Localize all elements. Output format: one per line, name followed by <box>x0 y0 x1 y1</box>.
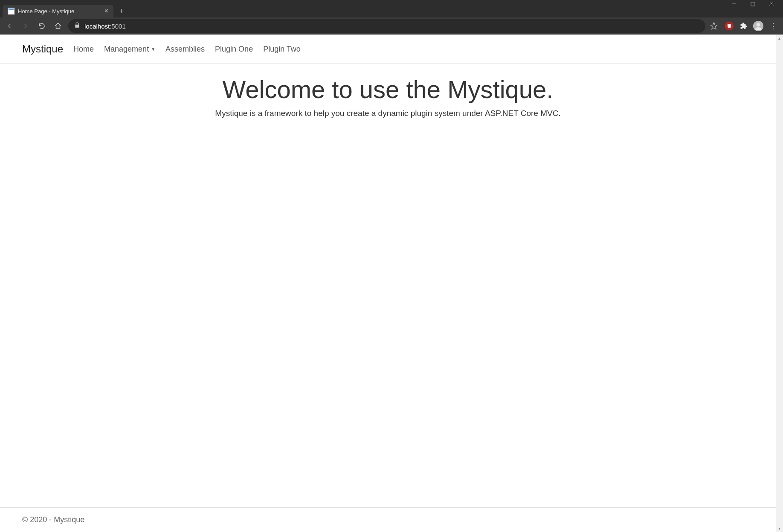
site-footer: © 2020 - Mystique <box>0 507 776 532</box>
chevron-down-icon: ▼ <box>151 47 155 52</box>
nav-link-home[interactable]: Home <box>73 45 94 54</box>
svg-point-9 <box>757 23 760 26</box>
tab-title: Home Page - Mystique <box>18 8 101 14</box>
window-maximize-button[interactable] <box>750 1 756 7</box>
nav-link-management[interactable]: Management ▼ <box>104 45 155 54</box>
extensions-area: ⋮ <box>722 22 780 30</box>
vertical-scrollbar[interactable]: ▴ ▾ <box>776 35 783 532</box>
forward-button[interactable] <box>20 20 32 32</box>
reload-button[interactable] <box>36 20 48 32</box>
lock-icon <box>74 22 80 30</box>
page-viewport: Mystique Home Management ▼ Assemblies Pl… <box>0 35 783 532</box>
tab-strip: Home Page - Mystique × + <box>0 5 783 17</box>
bookmark-star-icon[interactable] <box>710 22 718 30</box>
browser-menu-icon[interactable]: ⋮ <box>768 22 777 30</box>
svg-rect-1 <box>751 2 755 6</box>
page-subhead: Mystique is a framework to help you crea… <box>0 109 776 118</box>
svg-rect-6 <box>9 10 14 14</box>
main-content: Welcome to use the Mystique. Mystique is… <box>0 64 776 507</box>
window-minimize-button[interactable] <box>731 1 737 7</box>
site-navbar: Mystique Home Management ▼ Assemblies Pl… <box>0 35 776 64</box>
scroll-track[interactable] <box>776 42 783 525</box>
svg-rect-5 <box>9 9 14 10</box>
tab-close-icon[interactable]: × <box>104 8 108 14</box>
page-headline: Welcome to use the Mystique. <box>0 75 776 104</box>
extensions-puzzle-icon[interactable] <box>740 22 748 30</box>
address-bar[interactable]: localhost:5001 <box>68 19 705 33</box>
nav-link-plugin-two[interactable]: Plugin Two <box>263 45 301 54</box>
browser-tab[interactable]: Home Page - Mystique × <box>3 5 113 17</box>
url-display: localhost:5001 <box>84 23 126 30</box>
browser-toolbar: localhost:5001 ⋮ <box>0 17 783 35</box>
ublock-extension-icon[interactable] <box>725 22 734 30</box>
window-close-button[interactable] <box>768 1 774 7</box>
profile-avatar-icon[interactable] <box>754 22 763 30</box>
scroll-up-arrow-icon[interactable]: ▴ <box>776 35 783 42</box>
footer-text: © 2020 - Mystique <box>22 515 84 524</box>
browser-chrome: Home Page - Mystique × + localhost:5001 <box>0 0 783 35</box>
new-tab-button[interactable]: + <box>119 7 124 15</box>
window-title-bar <box>0 0 783 5</box>
nav-link-plugin-one[interactable]: Plugin One <box>215 45 253 54</box>
scroll-down-arrow-icon[interactable]: ▾ <box>776 525 783 532</box>
page-favicon-icon <box>8 8 14 14</box>
nav-link-assemblies[interactable]: Assemblies <box>165 45 205 54</box>
back-button[interactable] <box>3 20 15 32</box>
brand-logo[interactable]: Mystique <box>22 43 63 55</box>
home-button[interactable] <box>52 20 64 32</box>
